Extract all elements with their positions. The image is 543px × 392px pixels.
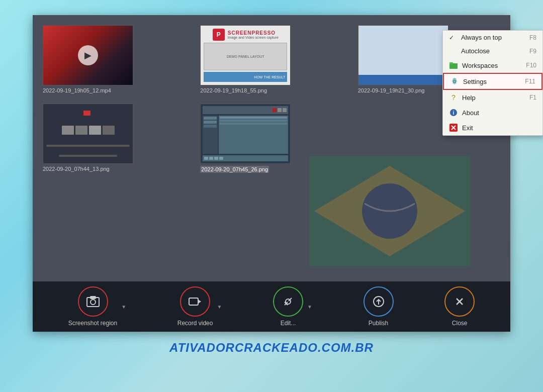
app-window: ✓ Always on top F8 Autoclose F9 Workspac… <box>33 15 510 332</box>
publish-circle <box>364 286 394 317</box>
screenshot-dropdown-arrow[interactable]: ▼ <box>121 304 126 310</box>
close-button[interactable]: Close <box>444 286 475 327</box>
menu-label-autoclose: Autoclose <box>461 47 525 55</box>
publish-label: Publish <box>369 320 388 327</box>
screenshot-group: Screenshot region ▼ <box>68 286 126 327</box>
shortcut-always-on-top: F8 <box>529 34 536 41</box>
menu-item-autoclose[interactable]: Autoclose F9 <box>443 44 542 58</box>
thumb-label-5: 2022-09-20_07h45_26.png <box>200 166 269 173</box>
toolbar: Screenshot region ▼ Record video ▼ <box>33 281 510 332</box>
menu-label-settings: Settings <box>463 78 521 85</box>
file-row-1 <box>83 111 93 116</box>
thumb-box-2: P SCREENPRESSO Image and Video screen ca… <box>200 25 291 85</box>
sp-logo-text: SCREENPRESSO <box>228 30 279 36</box>
thumb-box-1: ▶ <box>43 25 133 85</box>
svg-marker-8 <box>314 166 465 256</box>
sp-result-bar: HOW THE RESULT <box>204 72 287 82</box>
screenshot-button[interactable]: Screenshot region <box>68 286 117 327</box>
close-btn-sm <box>273 108 277 112</box>
thumb-label-4: 2022-09-20_07h44_13.png <box>43 166 110 172</box>
thumb-item-5[interactable]: 2022-09-20_07h45_26.png <box>200 104 342 173</box>
svg-marker-14 <box>198 300 201 304</box>
app-main-sm <box>219 116 288 154</box>
thumb-label-2: 2022-09-19_19h18_55.png <box>200 87 267 93</box>
edit-button[interactable]: Edit... <box>273 286 303 327</box>
thumb-box-4 <box>43 104 133 164</box>
svg-rect-1 <box>449 62 453 64</box>
edit-circle <box>273 286 303 317</box>
close-circle <box>444 286 475 317</box>
thumb-item-1[interactable]: ▶ 2022-09-19_19h05_12.mp4 <box>43 25 185 93</box>
help-icon: ? <box>449 93 458 102</box>
menu-label-about: About <box>462 109 532 117</box>
app-sidebar-sm <box>203 116 218 154</box>
menu-item-about[interactable]: i About <box>443 105 542 120</box>
thumb-box-3 <box>358 25 448 85</box>
menu-item-settings[interactable]: Settings F11 <box>443 73 542 90</box>
sp-content: DEMO PANEL LAYOUT <box>204 43 287 70</box>
min-btn-sm <box>278 108 282 112</box>
svg-rect-13 <box>189 298 198 305</box>
shortcut-settings: F11 <box>525 78 535 85</box>
svg-point-9 <box>362 183 417 239</box>
max-btn-sm <box>283 108 287 112</box>
file-bar <box>46 145 130 147</box>
file-bar2 <box>59 155 117 157</box>
tool-dot-2 <box>209 157 213 160</box>
sp-logo-box: P <box>213 29 225 41</box>
edit-group: Edit... ▼ <box>273 286 312 327</box>
record-label: Record video <box>177 320 213 327</box>
record-circle <box>180 286 210 317</box>
footer-text: ATIVADORCRACKEADO.COM.BR <box>169 341 374 355</box>
folder-icon <box>449 61 458 70</box>
menu-label-exit: Exit <box>462 124 532 132</box>
app-toolbar-sm <box>203 155 288 161</box>
svg-point-18 <box>286 299 291 304</box>
app-body <box>203 116 288 154</box>
record-group: Record video ▼ <box>177 286 222 327</box>
info-icon: i <box>449 108 458 117</box>
menu-label-always-on-top: Always on top <box>461 34 525 41</box>
file-icons <box>62 126 115 135</box>
edit-dropdown-arrow[interactable]: ▼ <box>307 304 312 310</box>
screenshot-circle <box>78 286 108 317</box>
thumb-label-3: 2022-09-19_19h21_30.png <box>358 87 425 93</box>
exit-icon <box>449 123 458 132</box>
shortcut-autoclose: F9 <box>529 48 536 55</box>
shortcut-help: F1 <box>529 94 536 101</box>
tool-dot-1 <box>204 157 208 160</box>
thumb-box-5 <box>200 104 291 164</box>
blue-bar <box>358 75 448 85</box>
check-icon: ✓ <box>449 34 457 41</box>
tool-dot-3 <box>214 157 218 160</box>
menu-item-exit[interactable]: Exit <box>443 120 542 135</box>
svg-text:i: i <box>453 110 455 116</box>
app-titlebar <box>203 106 288 114</box>
record-button[interactable]: Record video <box>177 286 213 327</box>
check-empty <box>449 48 457 55</box>
publish-button[interactable]: Publish <box>364 286 394 327</box>
thumb-item-2[interactable]: P SCREENPRESSO Image and Video screen ca… <box>200 25 342 93</box>
content-area: ▶ 2022-09-19_19h05_12.mp4 P SCREENPRESSO… <box>33 15 510 281</box>
thumb-label-1: 2022-09-19_19h05_12.mp4 <box>43 87 111 93</box>
sp-logo-area: P SCREENPRESSO Image and Video screen ca… <box>213 29 279 41</box>
close-label: Close <box>452 320 468 327</box>
menu-item-always-on-top[interactable]: ✓ Always on top F8 <box>443 31 542 44</box>
menu-item-help[interactable]: ? Help F1 <box>443 90 542 105</box>
settings-icon <box>450 77 459 86</box>
edit-label: Edit... <box>281 320 296 327</box>
menu-label-help: Help <box>462 94 525 102</box>
svg-point-11 <box>90 300 96 305</box>
sp-subtitle: Image and Video screen capture <box>228 36 279 39</box>
menu-label-workspaces: Workspaces <box>462 62 522 69</box>
record-dropdown-arrow[interactable]: ▼ <box>217 304 222 310</box>
menu-item-workspaces[interactable]: Workspaces F10 <box>443 58 542 73</box>
screenshot-label: Screenshot region <box>68 320 117 327</box>
play-button: ▶ <box>78 45 98 65</box>
thumb-item-4[interactable]: 2022-09-20_07h44_13.png <box>43 104 185 173</box>
shortcut-workspaces: F10 <box>526 62 536 69</box>
context-menu: ✓ Always on top F8 Autoclose F9 Workspac… <box>442 30 543 136</box>
tool-dot-4 <box>219 157 223 160</box>
